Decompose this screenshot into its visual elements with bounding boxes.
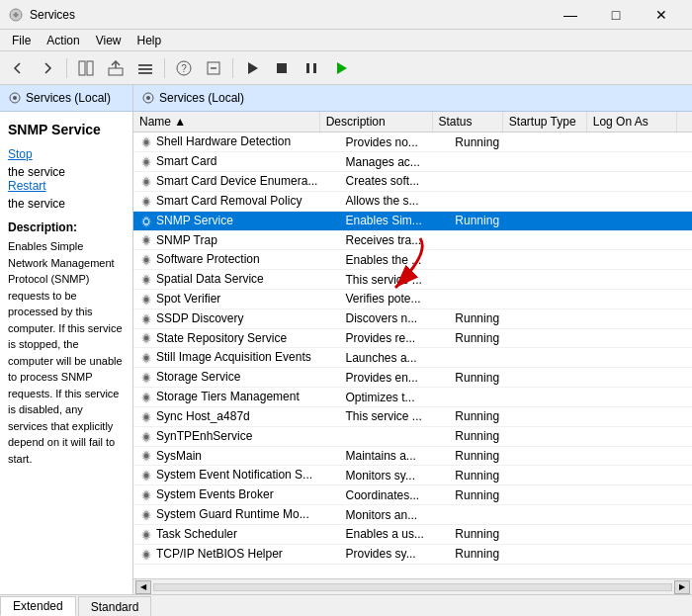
service-desc-cell — [340, 426, 450, 446]
table-row[interactable]: SynTPEnhServiceRunning — [133, 426, 692, 446]
help-button[interactable]: ? — [170, 54, 198, 82]
right-panel: Services (Local) Name ▲ — [133, 85, 692, 594]
service-status-cell: Running — [449, 132, 518, 151]
scroll-right-button[interactable]: ▶ — [674, 580, 690, 594]
table-row[interactable]: Task SchedulerEnables a us...Running — [133, 524, 692, 544]
svg-rect-4 — [138, 64, 152, 66]
up-one-level-button[interactable] — [102, 54, 130, 82]
scroll-left-button[interactable]: ◀ — [135, 580, 151, 594]
table-row[interactable]: Smart Card Device Enumera...Creates soft… — [133, 172, 692, 192]
service-startup-cell — [518, 426, 600, 446]
service-startup-cell — [518, 270, 600, 290]
forward-button[interactable] — [34, 54, 61, 82]
service-desc-cell: Provides no... — [340, 132, 450, 151]
menu-view[interactable]: View — [88, 30, 130, 51]
services-table-body-container[interactable]: Shell Hardware DetectionProvides no...Ru… — [133, 132, 692, 578]
pause-button[interactable] — [298, 54, 325, 82]
play-button[interactable] — [238, 54, 266, 82]
export-button[interactable] — [200, 54, 227, 82]
col-header-description[interactable]: Description — [319, 112, 432, 132]
table-row[interactable]: SNMP ServiceEnables Sim...Running — [133, 211, 692, 230]
show-hide-button[interactable] — [131, 54, 159, 82]
menu-file[interactable]: File — [4, 30, 39, 51]
svg-rect-1 — [79, 61, 85, 75]
svg-point-16 — [13, 96, 17, 100]
svg-point-24 — [144, 180, 148, 184]
service-startup-cell — [518, 446, 600, 466]
service-name-text: Spot Verifier — [156, 292, 220, 306]
service-icon — [139, 547, 156, 561]
table-row[interactable]: System Guard Runtime Mo...Monitors an... — [133, 505, 692, 525]
service-logon-cell — [600, 230, 692, 250]
svg-marker-14 — [337, 62, 347, 74]
service-logon-cell — [600, 406, 692, 426]
service-desc-cell: Maintains a... — [340, 446, 450, 466]
table-header-container: Name ▲ Description Status Startup Type L… — [133, 112, 692, 132]
svg-point-34 — [144, 278, 148, 282]
service-name-cell: SysMain — [133, 446, 340, 466]
service-name-cell: System Events Broker — [133, 485, 340, 505]
service-name-cell: SNMP Service — [133, 211, 340, 230]
svg-point-38 — [144, 316, 148, 320]
stop-service-link[interactable]: Stop — [8, 147, 125, 161]
service-name-text: Software Protection — [156, 252, 260, 266]
table-row[interactable]: Smart Card Removal PolicyAllows the s... — [133, 191, 692, 211]
table-row[interactable]: System Event Notification S...Monitors s… — [133, 466, 692, 485]
restart-button[interactable] — [327, 54, 355, 82]
service-icon — [139, 370, 156, 384]
scrollbar-header-spacer — [676, 112, 692, 132]
tab-standard[interactable]: Standard — [78, 596, 152, 616]
service-icon — [139, 487, 156, 501]
service-logon-cell — [600, 290, 692, 309]
service-status-cell: Running — [449, 328, 518, 348]
col-header-startup[interactable]: Startup Type — [502, 112, 586, 132]
table-row[interactable]: Spatial Data ServiceThis service ... — [133, 270, 692, 290]
table-row[interactable]: SSDP DiscoveryDiscovers n...Running — [133, 308, 692, 328]
horizontal-scrollbar[interactable]: ◀ ▶ — [133, 578, 692, 594]
svg-point-42 — [144, 356, 148, 360]
table-row[interactable]: SNMP TrapReceives tra... — [133, 230, 692, 250]
stop-button[interactable] — [268, 54, 296, 82]
table-row[interactable]: Shell Hardware DetectionProvides no...Ru… — [133, 132, 692, 151]
table-row[interactable]: Spot VerifierVerifies pote... — [133, 290, 692, 309]
service-status-cell — [449, 290, 518, 309]
minimize-button[interactable]: — — [548, 0, 593, 30]
table-row[interactable]: Software ProtectionEnables the ... — [133, 250, 692, 270]
col-header-status[interactable]: Status — [432, 112, 502, 132]
table-row[interactable]: SysMainMaintains a...Running — [133, 446, 692, 466]
col-header-name[interactable]: Name ▲ — [133, 112, 319, 132]
col-header-logon[interactable]: Log On As — [586, 112, 676, 132]
restart-service-link[interactable]: Restart — [8, 179, 125, 193]
svg-point-44 — [144, 376, 148, 380]
menu-help[interactable]: Help — [130, 30, 170, 51]
service-name-cell: Task Scheduler — [133, 524, 340, 544]
close-button[interactable]: ✕ — [639, 0, 684, 30]
service-status-cell: Running — [449, 446, 518, 466]
svg-text:?: ? — [181, 63, 187, 74]
title-bar: Services — □ ✕ — [0, 0, 692, 30]
table-row[interactable]: Still Image Acquisition EventsLaunches a… — [133, 348, 692, 368]
svg-point-58 — [144, 513, 148, 517]
table-row[interactable]: Storage ServiceProvides en...Running — [133, 368, 692, 388]
service-desc-cell: Enables the ... — [340, 250, 450, 270]
table-row[interactable]: State Repository ServiceProvides re...Ru… — [133, 328, 692, 348]
table-row[interactable]: Storage Tiers ManagementOptimizes t... — [133, 388, 692, 407]
service-icon — [139, 134, 156, 148]
svg-point-22 — [144, 160, 148, 164]
service-logon-cell — [600, 191, 692, 211]
back-button[interactable] — [4, 54, 32, 82]
show-console-tree-button[interactable] — [72, 54, 100, 82]
table-row[interactable]: TCP/IP NetBIOS HelperProvides sy...Runni… — [133, 544, 692, 564]
service-name-text: Smart Card Device Enumera... — [156, 174, 317, 188]
tab-extended[interactable]: Extended — [0, 596, 76, 616]
table-row[interactable]: Sync Host_a487dThis service ...Running — [133, 406, 692, 426]
service-name-cell: State Repository Service — [133, 328, 340, 348]
menu-action[interactable]: Action — [39, 30, 87, 51]
service-name-cell: Sync Host_a487d — [133, 406, 340, 426]
table-row[interactable]: Smart CardManages ac... — [133, 152, 692, 172]
table-row[interactable]: System Events BrokerCoordinates...Runnin… — [133, 485, 692, 505]
right-panel-title: Services (Local) — [159, 91, 244, 105]
horizontal-scroll-track[interactable] — [153, 583, 672, 591]
maximize-button[interactable]: □ — [593, 0, 639, 30]
svg-rect-11 — [277, 63, 287, 73]
